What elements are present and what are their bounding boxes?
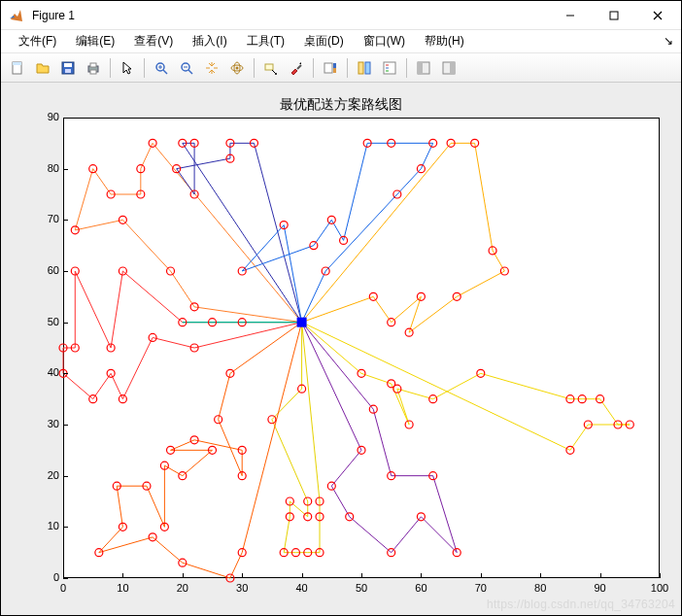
route-line: [75, 143, 301, 322]
route-line: [302, 143, 505, 332]
zoom-out-icon[interactable]: [175, 56, 198, 80]
svg-point-23: [275, 73, 277, 75]
plot-svg: [1, 83, 681, 615]
menu-bar: 文件(F) 编辑(E) 查看(V) 插入(I) 工具(T) 桌面(D) 窗口(W…: [1, 30, 681, 53]
pan-icon[interactable]: [200, 56, 223, 80]
print-icon[interactable]: [82, 56, 105, 80]
menu-help[interactable]: 帮助(H): [415, 31, 474, 51]
pointer-icon[interactable]: [116, 56, 139, 80]
window-minimize-button[interactable]: [548, 1, 592, 30]
route-line: [242, 143, 432, 322]
svg-rect-8: [65, 69, 71, 73]
svg-rect-37: [450, 62, 455, 74]
svg-rect-35: [418, 62, 423, 74]
route-line: [177, 143, 302, 322]
route-line: [63, 271, 302, 399]
menu-insert[interactable]: 插入(I): [183, 31, 236, 51]
open-folder-icon[interactable]: [31, 56, 54, 80]
window-close-button[interactable]: [635, 1, 679, 30]
route-line: [302, 323, 458, 553]
new-file-icon[interactable]: [6, 56, 29, 80]
route-line: [302, 323, 631, 451]
data-cursor-icon[interactable]: [259, 56, 283, 80]
menu-edit[interactable]: 编辑(E): [66, 31, 124, 51]
depot-marker: [297, 318, 307, 327]
menu-view[interactable]: 查看(V): [124, 31, 183, 51]
svg-line-17: [188, 70, 192, 74]
svg-rect-11: [90, 70, 96, 74]
link-plot-icon[interactable]: [353, 56, 376, 80]
colorbar-icon[interactable]: [319, 56, 342, 80]
figure-toolbar: [1, 53, 681, 83]
window-maximize-button[interactable]: [592, 1, 635, 30]
svg-rect-28: [358, 62, 363, 74]
route-line: [272, 323, 320, 553]
svg-point-21: [236, 66, 239, 69]
menu-file[interactable]: 文件(F): [9, 31, 66, 51]
svg-rect-22: [265, 64, 273, 70]
menu-window[interactable]: 窗口(W): [354, 31, 415, 51]
rotate3d-icon[interactable]: [225, 56, 249, 80]
save-icon[interactable]: [56, 56, 80, 80]
menu-tools[interactable]: 工具(T): [237, 31, 294, 51]
zoom-in-icon[interactable]: [150, 56, 173, 80]
svg-line-24: [297, 65, 301, 69]
window-title: Figure 1: [30, 9, 548, 22]
svg-rect-1: [610, 12, 618, 19]
svg-line-13: [163, 70, 167, 74]
svg-rect-7: [64, 63, 72, 67]
svg-rect-27: [333, 68, 336, 73]
show-tools-icon[interactable]: [437, 56, 460, 80]
brush-icon[interactable]: [285, 56, 308, 80]
matlab-icon: [9, 8, 24, 23]
svg-rect-29: [365, 62, 370, 74]
svg-rect-25: [324, 63, 332, 73]
insert-legend-icon[interactable]: [378, 56, 401, 80]
svg-rect-5: [13, 62, 21, 65]
svg-rect-30: [384, 62, 395, 74]
watermark-text: https://blog.csdn.net/qq_34763204: [487, 598, 675, 611]
svg-rect-10: [90, 63, 96, 67]
hide-tools-icon[interactable]: [412, 56, 435, 80]
menu-desktop[interactable]: 桌面(D): [294, 31, 354, 51]
route-line: [99, 323, 302, 578]
menu-overflow-icon[interactable]: ↘: [664, 34, 673, 48]
figure-canvas[interactable]: 最优配送方案路线图 010203040506070809001020304050…: [1, 83, 681, 615]
